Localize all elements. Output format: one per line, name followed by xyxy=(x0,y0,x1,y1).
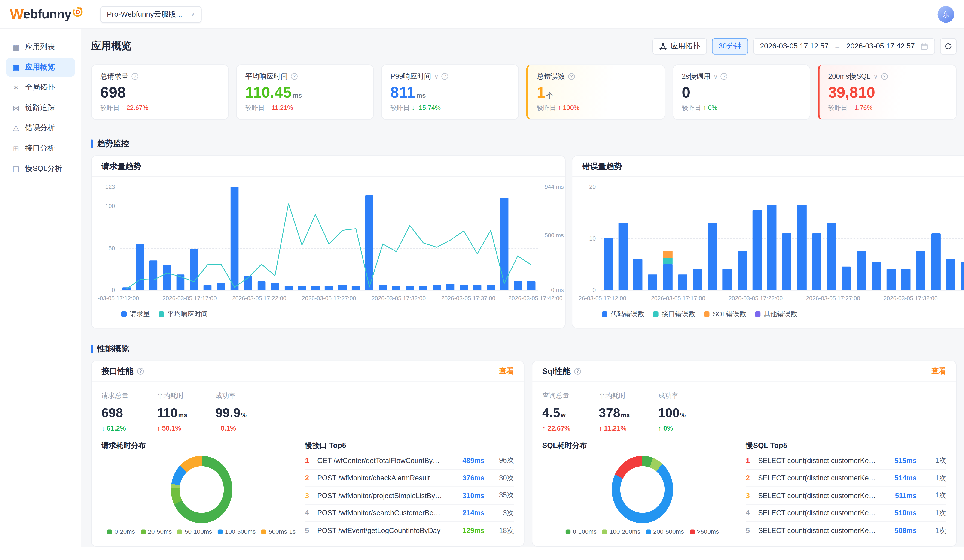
card-slow-calls[interactable]: 2s慢调用∨ 0 较昨日↑ 0% xyxy=(673,64,810,120)
card-total-errors[interactable]: 总错误数 1个 较昨日↑ 100% xyxy=(526,64,665,120)
chevron-down-icon[interactable]: ∨ xyxy=(874,73,878,80)
bar xyxy=(961,261,964,290)
sidebar-item-label: 慢SQL分析 xyxy=(25,164,62,174)
sidebar-item-error-analysis[interactable]: ⚠ 错误分析 xyxy=(6,118,75,138)
sidebar-item-app-list[interactable]: ▦ 应用列表 xyxy=(6,37,75,56)
sidebar-item-slow-sql[interactable]: ▤ 慢SQL分析 xyxy=(6,159,75,178)
help-icon[interactable] xyxy=(132,73,138,80)
project-select[interactable]: Pro-Webfunny云服版... ∨ xyxy=(100,6,202,23)
sidebar-item-trace[interactable]: ⋈ 链路追踪 xyxy=(6,98,75,117)
avatar[interactable]: 东 xyxy=(938,6,954,23)
card-avg-response-time[interactable]: 平均响应时间 110.45ms 较昨日↑ 11.21% xyxy=(236,64,374,120)
legend-item[interactable]: 100-500ms xyxy=(218,528,256,535)
warning-icon: ⚠ xyxy=(12,124,20,132)
view-link[interactable]: 查看 xyxy=(931,366,946,377)
legend-item[interactable]: 50-100ms xyxy=(177,528,212,535)
help-icon[interactable] xyxy=(721,73,727,80)
help-icon[interactable] xyxy=(291,73,298,80)
legend-label: 0-100ms xyxy=(573,528,597,535)
slow-sql-row[interactable]: 1 SELECT count(distinct customerKey) as … xyxy=(746,452,946,469)
x-tick-label: 26-03-05 17:12:00 xyxy=(578,295,627,302)
slow-sql-row[interactable]: 5 SELECT count(distinct customerKey) as … xyxy=(746,522,946,540)
donut-hole xyxy=(179,466,224,513)
view-link[interactable]: 查看 xyxy=(499,366,514,377)
help-icon[interactable] xyxy=(575,368,581,375)
sidebar-item-app-overview[interactable]: ▣ 应用概览 xyxy=(6,58,75,76)
bar xyxy=(618,223,628,290)
help-icon[interactable] xyxy=(881,73,887,80)
y-tick-label: 50 xyxy=(96,245,115,251)
legend-item[interactable]: >500ms xyxy=(689,528,719,535)
legend-swatch xyxy=(602,311,607,317)
slow-sql-row[interactable]: 4 SELECT count(distinct customerKey) as … xyxy=(746,505,946,522)
api-duration-donut xyxy=(171,456,232,523)
legend-swatch xyxy=(121,311,127,317)
bar xyxy=(767,205,777,290)
bar xyxy=(752,210,762,290)
slow-api-row[interactable]: 1 GET /wfCenter/getTotalFlowCountByCompa… xyxy=(305,452,514,469)
sidebar-item-api-analysis[interactable]: ⊞ 接口分析 xyxy=(6,139,75,157)
legend-swatch xyxy=(602,529,607,534)
chevron-down-icon[interactable]: ∨ xyxy=(435,73,438,80)
legend-label: 0-20ms xyxy=(114,528,135,535)
date-end: 2026-03-05 17:42:57 xyxy=(847,42,915,50)
legend-label: 接口错误数 xyxy=(661,309,695,318)
main-content: 应用概览 应用拓扑 30分钟 2026-03-05 17:12:57 xyxy=(81,29,964,560)
slow-sql-row[interactable]: 3 SELECT count(distinct customerKey) as … xyxy=(746,487,946,505)
y-right-tick-label: 500 ms xyxy=(545,232,564,239)
chevron-down-icon[interactable]: ∨ xyxy=(713,73,718,80)
slow-sql-row[interactable]: 2 SELECT count(distinct customerKey) as … xyxy=(746,469,946,487)
overview-icon: ▣ xyxy=(12,63,20,71)
bar xyxy=(871,261,881,290)
slow-api-row[interactable]: 5 POST /wfEvent/getLogCountInfoByDay 129… xyxy=(305,522,514,540)
bar xyxy=(782,233,791,290)
time-range-button[interactable]: 30分钟 xyxy=(712,38,748,55)
card-value: 110.45ms xyxy=(245,85,365,100)
legend-item[interactable]: 0-100ms xyxy=(565,528,597,535)
webfunny-logo[interactable]: Webfunny xyxy=(10,5,83,23)
legend-item[interactable]: 接口错误数 xyxy=(653,309,695,318)
sidebar-item-global-topology[interactable]: ✶ 全局拓扑 xyxy=(6,78,75,97)
bar xyxy=(604,238,613,290)
slow-api-row[interactable]: 3 POST /wfMonitor/projectSimpleListByWeb… xyxy=(305,487,514,505)
slow-api-row[interactable]: 4 POST /wfMonitor/searchCustomerBehavior… xyxy=(305,505,514,522)
line-series xyxy=(120,187,538,290)
sidebar: ▦ 应用列表 ▣ 应用概览 ✶ 全局拓扑 ⋈ 链路追踪 ⚠ 错误分析 ⊞ 接口分… xyxy=(0,29,81,560)
legend-item[interactable]: 20-50ms xyxy=(140,528,172,535)
card-p99-response-time[interactable]: P99响应时间∨ 811ms 较昨日↓ -15.74% xyxy=(381,64,519,120)
legend-swatch xyxy=(158,311,164,317)
card-delta: 较昨日↑ 1.76% xyxy=(828,104,948,112)
help-icon[interactable] xyxy=(441,73,448,80)
app-topology-button[interactable]: 应用拓扑 xyxy=(652,38,707,55)
legend-item[interactable]: 0-20ms xyxy=(107,528,135,535)
y-tick-label: 10 xyxy=(577,235,596,242)
card-slow-sql[interactable]: 200ms慢SQL∨ 39,810 较昨日↑ 1.76% xyxy=(818,64,957,120)
card-total-requests[interactable]: 总请求量 698 较昨日↑ 22.67% xyxy=(91,64,229,120)
legend-item[interactable]: 其他错误数 xyxy=(755,309,797,318)
help-icon[interactable] xyxy=(568,73,575,80)
legend-item[interactable]: 平均响应时间 xyxy=(158,309,208,318)
y-tick-label: 0 xyxy=(96,286,115,293)
legend-item[interactable]: 500ms-1s xyxy=(261,528,296,535)
bar xyxy=(723,269,732,290)
bar xyxy=(887,269,896,290)
legend-item[interactable]: 请求量 xyxy=(121,309,150,318)
slow-api-row[interactable]: 2 POST /wfMonitor/checkAlarmResult 376ms… xyxy=(305,469,514,487)
bar xyxy=(797,205,806,290)
calendar-icon xyxy=(920,42,928,50)
refresh-button[interactable] xyxy=(940,38,957,55)
x-tick-label: -03-05 17:12:00 xyxy=(98,295,139,302)
bar xyxy=(633,259,643,290)
date-range-picker[interactable]: 2026-03-05 17:12:57 → 2026-03-05 17:42:5… xyxy=(753,38,935,55)
legend-item[interactable]: 100-200ms xyxy=(602,528,640,535)
api-duration-distribution: 请求耗时分布 0-20ms20-50ms50-100ms100-500ms500… xyxy=(101,438,301,539)
request-trend-panel: 请求量趋势 123100500944 ms500 ms0 ms -03-05 1… xyxy=(91,155,566,328)
x-tick-label: 2026-03-05 17:37:00 xyxy=(441,295,495,302)
error-trend-chart: 20100 xyxy=(601,187,964,290)
help-icon[interactable] xyxy=(137,368,144,375)
api-stats-row: 请求总量 698 ↓ 61.2% 平均耗时 110ms ↑ 50.1% 成功率 … xyxy=(91,382,524,433)
legend-item[interactable]: 200-500ms xyxy=(646,528,684,535)
legend-item[interactable]: 代码错误数 xyxy=(602,309,645,318)
legend-item[interactable]: SQL错误数 xyxy=(704,309,747,318)
gridline xyxy=(120,290,538,291)
